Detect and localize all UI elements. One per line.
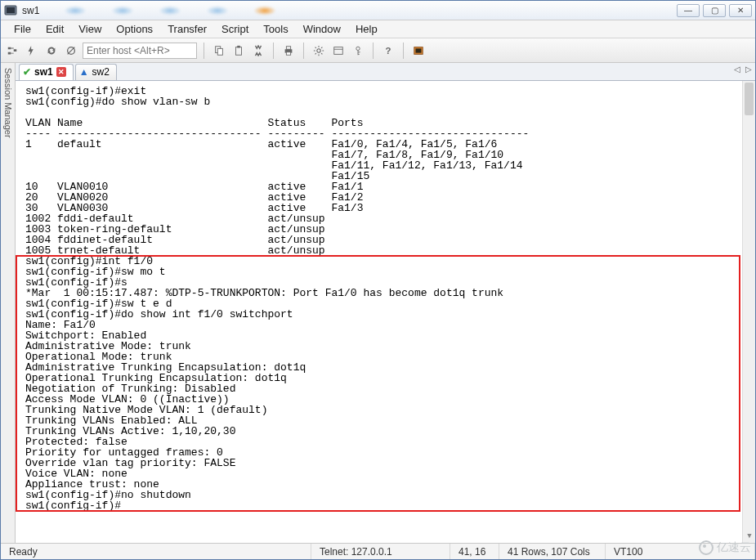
watermark: 亿速云	[699, 540, 751, 555]
status-bar: Ready Telnet: 127.0.0.1 41, 16 41 Rows, …	[1, 543, 755, 559]
svg-rect-9	[286, 46, 290, 49]
terminal-line: Override vlan tag priority: FALSE	[25, 458, 755, 468]
minimize-button[interactable]: —	[677, 4, 700, 17]
maximize-button[interactable]: ▢	[703, 4, 726, 17]
app-toggle-icon[interactable]	[410, 43, 427, 59]
session-options-icon[interactable]	[330, 43, 347, 59]
tab-close-button[interactable]: ✕	[56, 67, 66, 77]
watermark-text: 亿速云	[717, 540, 751, 555]
disconnect-icon[interactable]	[63, 43, 79, 59]
terminal-output[interactable]: sw1(config-if)#exitsw1(config)#do show v…	[16, 81, 755, 543]
tab-sw2[interactable]: ▲ sw2	[75, 64, 117, 80]
menu-tools[interactable]: Tools	[257, 21, 294, 37]
svg-rect-1	[7, 7, 15, 13]
svg-rect-12	[334, 47, 343, 54]
host-input[interactable]	[83, 43, 197, 59]
svg-rect-20	[416, 48, 422, 52]
menu-script[interactable]: Script	[215, 21, 255, 37]
reconnect-icon[interactable]	[43, 43, 60, 59]
print-icon[interactable]	[280, 43, 297, 59]
status-connection: Telnet: 127.0.0.1	[311, 544, 450, 559]
menu-transfer[interactable]: Transfer	[161, 21, 213, 37]
menu-file[interactable]: File	[7, 21, 38, 37]
svg-rect-7	[237, 45, 240, 47]
watermark-logo-icon	[699, 540, 714, 555]
app-window: sw1 — ▢ ✕ File Edit View Options Transfe…	[0, 0, 756, 560]
tab-label: sw2	[92, 66, 110, 78]
window-title: sw1	[22, 5, 39, 16]
terminal-line: sw1(config)#do show vlan-sw b	[25, 96, 755, 107]
svg-rect-5	[217, 48, 222, 55]
terminal-line: sw1(config-if)#no shutdown	[25, 490, 755, 500]
tab-bar: ✔ sw1 ✕ ▲ sw2 ◁ ▷	[16, 63, 755, 81]
close-button[interactable]: ✕	[729, 4, 752, 17]
terminal-line: Trunking VLANs Active: 1,10,20,30	[25, 426, 755, 437]
titlebar-blur-area	[64, 6, 276, 16]
vertical-scrollbar[interactable]: ▲ ▼	[742, 81, 755, 543]
tab-sw1[interactable]: ✔ sw1 ✕	[19, 64, 74, 80]
menu-edit[interactable]: Edit	[39, 21, 70, 37]
help-icon[interactable]: ?	[380, 43, 396, 59]
svg-rect-6	[236, 47, 242, 55]
find-icon[interactable]	[250, 43, 266, 59]
svg-text:?: ?	[386, 46, 391, 56]
copy-icon[interactable]	[211, 43, 227, 59]
session-manager-panel[interactable]: Session Manager	[1, 63, 16, 543]
terminal-line: sw1(config-if)#sw mo t	[25, 267, 755, 277]
keyword-icon[interactable]	[350, 43, 366, 59]
terminal-lines: sw1(config-if)#exitsw1(config)#do show v…	[25, 86, 755, 511]
tab-scroll-right-icon[interactable]: ▷	[745, 65, 752, 74]
menu-bar: File Edit View Options Transfer Script T…	[1, 20, 755, 38]
svg-rect-10	[286, 52, 290, 55]
status-size: 41 Rows, 107 Cols	[499, 544, 606, 559]
warning-icon: ▲	[79, 66, 89, 78]
session-manager-label: Session Manager	[3, 68, 13, 138]
session-tree-icon[interactable]	[4, 43, 20, 59]
scrollbar-thumb[interactable]	[745, 83, 754, 115]
menu-view[interactable]: View	[72, 21, 108, 37]
terminal-line: sw1(config-if)#	[25, 500, 755, 511]
title-bar[interactable]: sw1 — ▢ ✕	[1, 1, 755, 20]
menu-window[interactable]: Window	[297, 21, 347, 37]
menu-help[interactable]: Help	[349, 21, 384, 37]
app-icon	[4, 4, 17, 17]
quick-connect-icon[interactable]	[24, 43, 40, 59]
menu-options[interactable]: Options	[110, 21, 159, 37]
paste-icon[interactable]	[230, 43, 247, 59]
toolbar: ?	[1, 38, 755, 63]
tab-label: sw1	[34, 66, 53, 78]
svg-point-11	[317, 48, 320, 52]
tab-scroll-left-icon[interactable]: ◁	[734, 65, 740, 74]
svg-point-14	[356, 47, 360, 50]
status-ready: Ready	[1, 544, 311, 559]
status-cursor: 41, 16	[450, 544, 499, 559]
settings-icon[interactable]	[311, 43, 327, 59]
checkmark-icon: ✔	[23, 66, 31, 78]
terminal-line: sw1(config-if)#do show int f1/0 switchpo…	[25, 309, 755, 320]
